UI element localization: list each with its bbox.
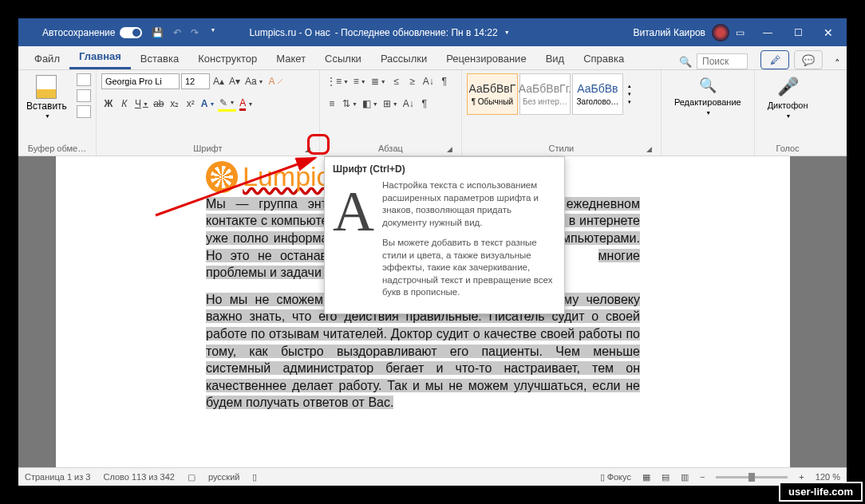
styles-down-icon[interactable]: ▾: [628, 91, 631, 97]
spellcheck-icon[interactable]: ▢: [188, 472, 196, 482]
tab-references[interactable]: Ссылки: [315, 48, 371, 69]
highlight-icon[interactable]: ✎▼: [218, 96, 236, 112]
font-dialog-tooltip: Шрифт (Ctrl+D) A Настройка текста с испо…: [324, 156, 565, 314]
group-label-voice: Голос: [760, 141, 816, 156]
dialog-launcher-icon[interactable]: ◢: [644, 144, 654, 154]
accessibility-icon[interactable]: ▯: [252, 472, 257, 482]
word-count[interactable]: Слово 113 из 342: [103, 472, 175, 482]
sort-icon2[interactable]: A↓: [401, 96, 416, 112]
avatar[interactable]: [712, 24, 729, 41]
strike-button[interactable]: ab: [152, 96, 166, 112]
text-effects-icon[interactable]: A▼: [199, 96, 217, 112]
zoom-slider[interactable]: [716, 476, 788, 478]
tab-design[interactable]: Конструктор: [188, 48, 267, 69]
paste-button[interactable]: Вставить ▼: [23, 73, 70, 120]
save-icon[interactable]: 💾: [152, 27, 164, 38]
align-left-icon[interactable]: ≡: [325, 96, 339, 112]
multilevel-icon[interactable]: ≣▼: [369, 73, 388, 89]
subscript-button[interactable]: x₂: [168, 96, 182, 112]
tab-file[interactable]: Файл: [25, 48, 69, 69]
redo-icon[interactable]: ↷: [191, 27, 199, 38]
copy-icon[interactable]: [77, 89, 91, 102]
change-case-icon[interactable]: Aa▼: [243, 73, 266, 89]
borders-icon[interactable]: ⊞▼: [381, 96, 400, 112]
minimize-button[interactable]: —: [752, 18, 783, 46]
read-mode-icon[interactable]: ▦: [642, 472, 650, 482]
tab-insert[interactable]: Вставка: [131, 48, 188, 69]
title-dropdown-icon[interactable]: ▼: [504, 30, 510, 35]
style-normal[interactable]: АаБбВвГ¶ Обычный: [467, 73, 518, 115]
annotation-circle: [307, 134, 330, 155]
chevron-down-icon[interactable]: ▼: [705, 110, 711, 116]
font-size-combo[interactable]: 12: [181, 73, 210, 89]
zoom-in-icon[interactable]: +: [799, 472, 804, 482]
styles-more-icon[interactable]: ▾: [628, 99, 631, 105]
undo-icon[interactable]: ↶: [173, 27, 181, 38]
shading-icon[interactable]: ◧▼: [361, 96, 380, 112]
cut-icon[interactable]: [77, 73, 91, 86]
autosave-label: Автосохранение: [42, 27, 115, 38]
editing-label[interactable]: Редактирование: [674, 97, 741, 107]
focus-mode[interactable]: ▯ Фокус: [600, 472, 631, 482]
clipboard-icon: [36, 75, 57, 99]
tab-review[interactable]: Рецензирование: [436, 48, 535, 69]
increase-indent-icon[interactable]: ≥: [405, 73, 420, 89]
dictate-label[interactable]: Диктофон: [768, 100, 808, 110]
toggle-icon[interactable]: [120, 27, 142, 38]
style-nospacing[interactable]: АаБбВвГг.Без интер…: [519, 73, 571, 115]
italic-button[interactable]: К: [117, 96, 132, 112]
show-marks-icon[interactable]: ¶: [437, 73, 452, 89]
tooltip-p1: Настройка текста с использованием расшир…: [382, 179, 556, 229]
style-heading[interactable]: АаБбВвЗаголово…: [572, 73, 623, 115]
user-name[interactable]: Виталий Каиров: [633, 27, 705, 38]
find-icon[interactable]: 🔍: [699, 77, 717, 94]
format-painter-icon[interactable]: [77, 105, 91, 118]
autosave-toggle[interactable]: Автосохранение: [42, 27, 142, 38]
tab-help[interactable]: Справка: [574, 48, 634, 69]
decrease-indent-icon[interactable]: ≤: [389, 73, 404, 89]
grow-font-icon[interactable]: A▴: [211, 73, 226, 89]
ribbon-tabs: Файл Главная Вставка Конструктор Макет С…: [18, 46, 847, 70]
comments-button[interactable]: 💬: [794, 50, 823, 69]
pilcrow-icon[interactable]: ¶: [417, 96, 432, 112]
tab-layout[interactable]: Макет: [267, 48, 315, 69]
dialog-launcher-icon[interactable]: ◢: [444, 144, 455, 154]
superscript-button[interactable]: x²: [184, 96, 198, 112]
watermark: user-life.com: [779, 482, 863, 502]
dictate-icon[interactable]: 🎤: [777, 77, 799, 97]
group-paragraph: ⋮≡▼ ≡▼ ≣▼ ≤ ≥ A↓ ¶ ≡ ⇅▼ ◧▼ ⊞▼ A↓ ¶ Абзац: [320, 70, 462, 156]
share-button[interactable]: 🖉: [760, 50, 789, 69]
search-box[interactable]: 🔍: [671, 53, 756, 69]
close-button[interactable]: ✕: [813, 18, 843, 46]
bullets-icon[interactable]: ⋮≡▼: [325, 73, 350, 89]
group-label-styles: Стили: [549, 144, 575, 153]
collapse-ribbon-icon[interactable]: ˄: [827, 57, 847, 69]
web-layout-icon[interactable]: ▥: [681, 472, 689, 482]
chevron-down-icon[interactable]: ▼: [786, 113, 792, 119]
ribbon-display-icon[interactable]: ▭: [736, 27, 745, 38]
tab-mailings[interactable]: Рассылки: [371, 48, 436, 69]
font-name-combo[interactable]: Georgia Pro Li: [101, 73, 180, 89]
qat-dropdown-icon[interactable]: ▼: [210, 27, 215, 38]
font-color-icon[interactable]: A▼: [238, 96, 255, 112]
language-indicator[interactable]: русский: [208, 472, 239, 482]
maximize-button[interactable]: ☐: [783, 18, 813, 46]
numbering-icon[interactable]: ≡▼: [352, 73, 368, 89]
tooltip-p2: Вы можете добавить в текст разные стили …: [382, 237, 556, 299]
line-spacing-icon[interactable]: ⇅▼: [341, 96, 359, 112]
underline-button[interactable]: Ч▼: [133, 96, 150, 112]
bold-button[interactable]: Ж: [101, 96, 116, 112]
shrink-font-icon[interactable]: A▾: [227, 73, 242, 89]
statusbar: Страница 1 из 3 Слово 113 из 342 ▢ русск…: [18, 467, 847, 486]
clear-format-icon[interactable]: A⟋: [267, 73, 286, 89]
search-input[interactable]: [697, 53, 748, 69]
tab-home[interactable]: Главная: [69, 45, 131, 69]
tab-view[interactable]: Вид: [536, 48, 575, 69]
sort-icon[interactable]: A↓: [421, 73, 436, 89]
print-layout-icon[interactable]: ▤: [662, 472, 669, 482]
page-indicator[interactable]: Страница 1 из 3: [25, 472, 90, 482]
group-styles: АаБбВвГ¶ Обычный АаБбВвГг.Без интер… АаБ…: [462, 70, 662, 156]
zoom-out-icon[interactable]: −: [700, 472, 705, 482]
zoom-level[interactable]: 120 %: [816, 472, 840, 482]
styles-up-icon[interactable]: ▴: [628, 83, 631, 89]
